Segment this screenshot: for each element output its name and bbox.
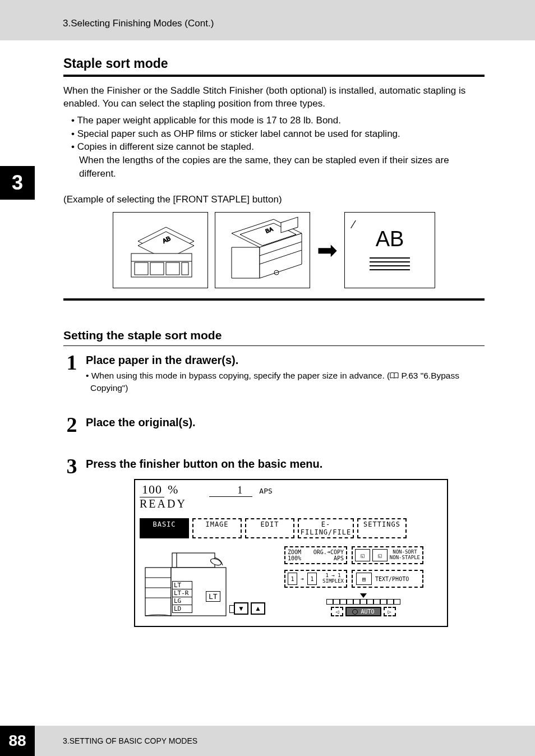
step-title: Press the finisher button on the basic m…: [86, 455, 485, 472]
svg-rect-19: [172, 553, 215, 568]
copy-quantity: 1: [209, 485, 252, 497]
bullet-item: Special paper such as OHP films or stick…: [71, 127, 485, 141]
original-mode-button[interactable]: ▤ TEXT/PHOTO: [352, 570, 423, 588]
page-number: 88: [0, 726, 35, 756]
tray-item[interactable]: LT: [172, 581, 192, 589]
step-3: 3 Press the finisher button on the basic…: [63, 455, 485, 627]
subsection-title: Setting the staple sort mode: [63, 329, 485, 342]
step-number: 2: [63, 414, 80, 435]
step-1: 1 Place paper in the drawer(s). When usi…: [63, 352, 485, 394]
subsection-rule: [63, 345, 485, 346]
chapter-tab: 3: [0, 166, 35, 200]
density-lighter-button[interactable]: ◁: [331, 607, 343, 616]
density-control: ◁ AUTO ▷: [284, 593, 442, 616]
indicator-icon: [360, 593, 367, 598]
document-icon: ▤: [356, 573, 372, 585]
density-scale: [326, 599, 400, 605]
status-text: READY: [140, 497, 442, 510]
tab-settings[interactable]: SETTINGS: [357, 518, 407, 538]
step-number: 3: [63, 455, 80, 477]
footer-text: 3.SETTING OF BASIC COPY MODES: [63, 736, 197, 745]
tray-item[interactable]: LD: [172, 605, 192, 613]
duplex-button[interactable]: 1 ➔ 1 1 → 1SIMPLEX: [284, 570, 347, 588]
tray-item[interactable]: LT-R: [172, 589, 192, 597]
diagram-copier: BA: [215, 212, 310, 288]
intro-paragraph: When the Finisher or the Saddle Stitch F…: [63, 85, 485, 110]
step-title: Place paper in the drawer(s).: [86, 352, 485, 368]
output-label: AB: [376, 227, 404, 251]
page-footer: 88 3.SETTING OF BASIC COPY MODES: [0, 726, 535, 756]
output-lines: [370, 255, 410, 273]
breadcrumb-text: 3.Selecting Finishing Modes (Cont.): [63, 18, 214, 29]
step-number: 1: [63, 352, 80, 373]
selected-paper: LT: [206, 591, 220, 602]
step-2: 2 Place the original(s).: [63, 414, 485, 435]
tab-image[interactable]: IMAGE: [192, 518, 242, 538]
density-darker-button[interactable]: ▷: [384, 607, 396, 616]
arrow-down-button[interactable]: ▼: [234, 602, 248, 615]
aps-label: APS: [259, 487, 272, 495]
section-end-rule: [63, 298, 485, 301]
paper-source-panel: LT LT-R LG LD LT ▼ ▲: [140, 546, 280, 621]
diagram-row: AB BA: [63, 212, 485, 288]
example-caption: (Example of selecting the [FRONT STAPLE]…: [63, 194, 485, 205]
finisher-button[interactable]: ◱ ◱ NON-SORT NON-STAPLE: [352, 546, 423, 564]
section-title: Staple sort mode: [63, 56, 485, 71]
breadcrumb-header: 3.Selecting Finishing Modes (Cont.): [0, 0, 535, 40]
tray-list: LT LT-R LG LD: [172, 581, 192, 612]
page-icon: 1: [307, 573, 317, 585]
svg-rect-3: [131, 253, 192, 277]
arrow-icon: ➔: [301, 576, 304, 582]
step-title: Place the original(s).: [86, 414, 485, 431]
page-icon: 1: [288, 573, 297, 585]
zoom-button[interactable]: ZOOMORG.➔COPY 100%APS: [284, 546, 347, 564]
arrow-icon: ➡: [317, 236, 338, 264]
diagram-output: ⁄ AB: [344, 212, 435, 288]
svg-rect-22: [145, 568, 171, 616]
arrow-up-button[interactable]: ▲: [251, 602, 265, 615]
percent-sign: %: [168, 482, 178, 497]
tab-row: BASIC IMAGE EDIT E-FILING/FILE SETTINGS: [135, 511, 447, 542]
bullet-item: The paper weight applicable for this mod…: [71, 114, 485, 127]
sort-icon: ◱: [355, 549, 370, 561]
svg-marker-12: [232, 247, 260, 278]
staple-icon: ⁄: [353, 218, 354, 231]
tab-efiling[interactable]: E-FILING/FILE: [298, 518, 354, 538]
bullet-item: Copies in different size cannot be stapl…: [71, 140, 485, 180]
tray-item[interactable]: LG: [172, 597, 192, 605]
zoom-percent: 100: [140, 482, 164, 497]
staple-icon: ◱: [372, 549, 388, 561]
tab-edit[interactable]: EDIT: [245, 518, 294, 538]
section-rule: [63, 75, 485, 77]
auto-icon: [352, 609, 358, 615]
bullet-list: The paper weight applicable for this mod…: [63, 114, 485, 181]
step-note: When using this mode in bypass copying, …: [86, 370, 485, 394]
lcd-screenshot: 100 % 1 APS READY BASIC IMAGE EDIT E-FIL…: [134, 479, 448, 627]
density-auto-button[interactable]: AUTO: [345, 607, 381, 616]
book-icon: [390, 372, 399, 379]
diagram-originals: AB: [113, 212, 208, 288]
tab-basic[interactable]: BASIC: [140, 518, 189, 538]
